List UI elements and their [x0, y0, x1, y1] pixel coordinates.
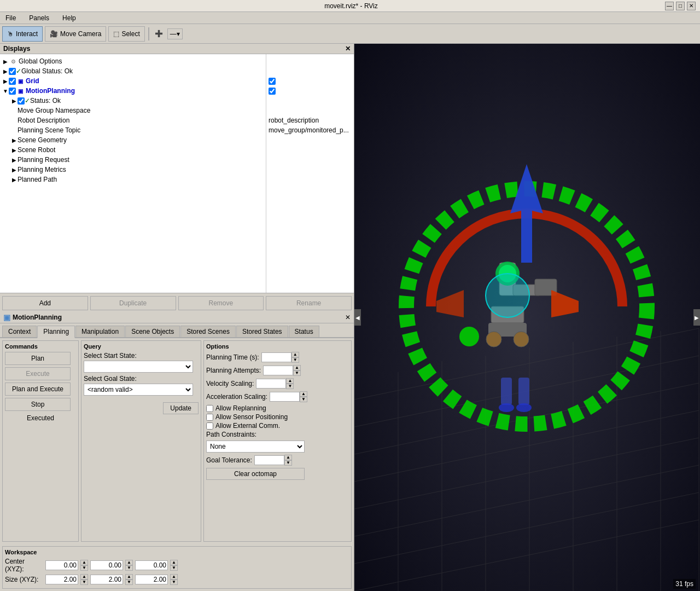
expand-planning-request[interactable]: ▶ — [11, 157, 18, 163]
velocity-scaling-label: Velocity Scaling: — [206, 380, 254, 387]
menu-help[interactable]: Help — [59, 13, 79, 23]
acceleration-scaling-input[interactable]: 1.00 — [270, 392, 300, 402]
allow-external-comm-checkbox[interactable] — [206, 422, 213, 430]
center-z-up[interactable]: ▲ — [170, 560, 178, 565]
velocity-scaling-down[interactable]: ▼ — [286, 384, 294, 389]
expand-status[interactable]: ▶ — [11, 97, 18, 104]
expand-global-options[interactable]: ▶ — [2, 58, 9, 65]
rename-button[interactable]: Rename — [266, 296, 352, 310]
size-z-down[interactable]: ▼ — [170, 580, 178, 585]
velocity-scaling-input[interactable]: 1.00 — [256, 379, 286, 389]
update-button[interactable]: Update — [163, 402, 199, 414]
motion-panel-close[interactable]: ✕ — [345, 314, 351, 321]
center-z-down[interactable]: ▼ — [170, 565, 178, 571]
clear-octomap-button[interactable]: Clear octomap — [206, 468, 305, 480]
allow-sensor-positioning-row: Allow Sensor Positioning — [206, 413, 349, 421]
tab-manipulation[interactable]: Manipulation — [75, 326, 125, 337]
center-y-input[interactable] — [90, 560, 123, 570]
size-z-input[interactable] — [135, 575, 168, 584]
expand-motion-planning[interactable]: ▼ — [2, 88, 9, 94]
status-checkbox[interactable] — [18, 97, 25, 105]
goal-tolerance-down[interactable]: ▼ — [284, 460, 292, 466]
minimize-button[interactable]: — — [665, 2, 674, 10]
size-z-up[interactable]: ▲ — [170, 574, 178, 580]
planning-time-input[interactable]: 5.00 — [261, 352, 291, 362]
add-button[interactable]: Add — [2, 296, 88, 310]
size-x-up[interactable]: ▲ — [80, 574, 88, 580]
tab-stored-states[interactable]: Stored States — [236, 326, 288, 337]
tree-item-global-options: ▶ ⚙ Global Options — [0, 56, 266, 66]
menu-panels[interactable]: Panels — [26, 13, 52, 23]
tree-item-move-group-ns: Move Group Namespace — [0, 106, 266, 115]
acceleration-scaling-down[interactable]: ▼ — [300, 397, 307, 402]
global-status-checkbox[interactable] — [9, 68, 16, 75]
expand-grid[interactable]: ▶ — [2, 78, 9, 84]
tab-context[interactable]: Context — [2, 326, 37, 337]
interact-button[interactable]: 🖱 Interact — [2, 26, 43, 42]
collapse-right-button[interactable]: ▶ — [693, 309, 700, 326]
duplicate-button[interactable]: Duplicate — [90, 296, 176, 310]
goal-tolerance-input[interactable]: 0.00 — [254, 455, 284, 465]
plan-execute-button[interactable]: Plan and Execute — [5, 383, 71, 396]
allow-external-comm-row: Allow External Comm. — [206, 422, 349, 430]
center-y-down[interactable]: ▼ — [125, 565, 133, 571]
allow-sensor-positioning-checkbox[interactable] — [206, 414, 213, 421]
execute-button[interactable]: Execute — [5, 367, 71, 380]
expand-global-status[interactable]: ▶ — [2, 68, 9, 74]
size-y-up[interactable]: ▲ — [125, 574, 133, 580]
planning-attempts-spin-buttons: ▲ ▼ — [293, 365, 301, 376]
planning-attempts-down[interactable]: ▼ — [293, 370, 301, 376]
stop-button[interactable]: Stop — [5, 398, 71, 411]
size-y-down[interactable]: ▼ — [125, 580, 133, 585]
motion-planning-checkbox[interactable] — [9, 88, 16, 95]
allow-replanning-row: Allow Replanning — [206, 404, 349, 412]
tab-planning[interactable]: Planning — [37, 326, 75, 338]
size-y-input[interactable] — [90, 575, 123, 584]
center-x-down[interactable]: ▼ — [80, 565, 88, 571]
planning-time-spin-buttons: ▲ ▼ — [291, 352, 299, 363]
goal-state-select[interactable]: <random valid> — [84, 384, 193, 396]
motion-value-checkbox[interactable] — [269, 88, 276, 95]
displays-close-button[interactable]: ✕ — [345, 45, 351, 53]
close-button[interactable]: ✕ — [687, 2, 696, 10]
tab-stored-scenes[interactable]: Stored Scenes — [180, 326, 236, 337]
tab-scene-objects[interactable]: Scene Objects — [125, 326, 180, 337]
expand-planning-metrics[interactable]: ▶ — [11, 166, 18, 173]
size-x-input[interactable] — [45, 575, 78, 584]
move-camera-button[interactable]: 🎥 Move Camera — [45, 26, 106, 42]
maximize-button[interactable]: □ — [676, 2, 685, 10]
collapse-left-button[interactable]: ◀ — [354, 309, 361, 326]
center-y-up[interactable]: ▲ — [125, 560, 133, 565]
expand-scene-geometry[interactable]: ▶ — [11, 137, 18, 143]
menu-file[interactable]: File — [2, 13, 19, 23]
planning-time-down[interactable]: ▼ — [291, 357, 299, 363]
path-constraints-select[interactable]: None — [206, 441, 305, 453]
goal-tolerance-spin: 0.00 ▲ ▼ — [254, 455, 292, 466]
velocity-scaling-up[interactable]: ▲ — [286, 378, 294, 384]
tool-dropdown[interactable]: —▾ — [167, 28, 183, 39]
planning-attempts-up[interactable]: ▲ — [293, 365, 301, 370]
window-controls[interactable]: — □ ✕ — [665, 2, 696, 10]
start-state-select[interactable] — [84, 361, 193, 373]
tab-status[interactable]: Status — [289, 326, 319, 337]
expand-planned-path[interactable]: ▶ — [11, 176, 18, 183]
expand-scene-robot[interactable]: ▶ — [11, 147, 18, 153]
size-x-down[interactable]: ▼ — [80, 580, 88, 585]
center-x-input[interactable] — [45, 560, 78, 570]
goal-tolerance-up[interactable]: ▲ — [284, 455, 292, 460]
right-panel[interactable]: ◀ ▶ 31 fps — [354, 44, 700, 591]
select-button[interactable]: ⬚ Select — [108, 26, 144, 42]
tree-area: ▶ ⚙ Global Options ▶ ✓ Global Status: Ok… — [0, 54, 354, 293]
grid-value-checkbox[interactable] — [269, 78, 276, 85]
center-z-input[interactable] — [135, 560, 168, 570]
allow-replanning-checkbox[interactable] — [206, 405, 213, 412]
center-x-up[interactable]: ▲ — [80, 560, 88, 565]
grid-checkbox[interactable] — [9, 78, 16, 85]
planning-attempts-input[interactable]: 10.00 — [263, 366, 293, 375]
acceleration-scaling-up[interactable]: ▲ — [300, 391, 307, 397]
plan-button[interactable]: Plan — [5, 352, 71, 365]
remove-button[interactable]: Remove — [178, 296, 264, 310]
add-tool-button[interactable]: ✚ — [153, 28, 165, 40]
planning-time-up[interactable]: ▲ — [291, 352, 299, 357]
viz-area[interactable]: ◀ ▶ 31 fps — [354, 44, 700, 591]
